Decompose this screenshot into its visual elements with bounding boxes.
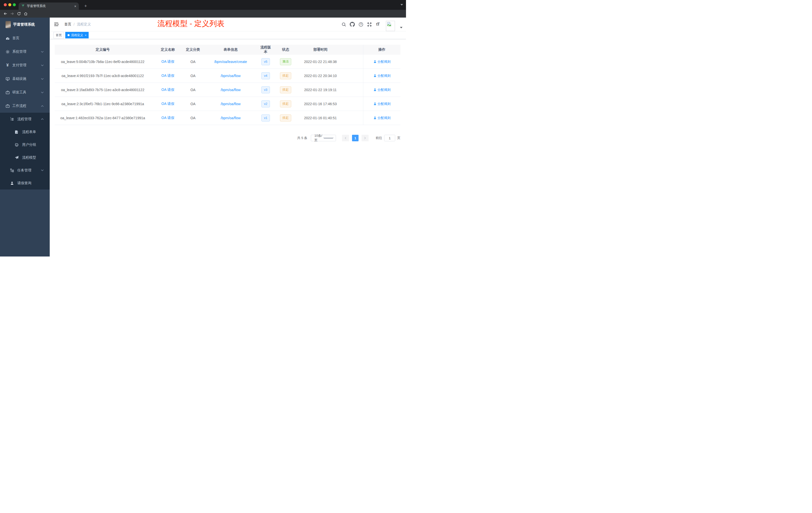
sidebar-item-process-form[interactable]: 流程表单 <box>0 125 50 138</box>
screen: 芋道管理系统 × + 不安全 dashboard.yudao.iocoder.c… <box>0 0 406 256</box>
col-header-definition-id: 定义编号 <box>55 45 151 55</box>
status-badge: 挂起 <box>280 100 291 108</box>
app-header: 首页 / 流程定义 ? tT <box>50 18 406 31</box>
definition-id: oa_leave:4:991f2193-7b7f-11ec-a3c8-acde4… <box>55 69 151 83</box>
definition-table: 定义编号 定义名称 定义分类 表单信息 流程版本 状态 部署时间 操作 oa_l… <box>55 45 401 125</box>
definition-id: oa_leave:3:1fad3d93-7b75-11ec-a3c8-acde4… <box>55 83 151 97</box>
definition-id: oa_leave:5:004b710b-7b8a-11ec-8ef0-acde4… <box>55 55 151 68</box>
definition-id: oa_leave:2:3c1f0ef1-76b1-11ec-9c66-a2380… <box>55 97 151 111</box>
select-caret-icon <box>323 138 334 139</box>
browser-tab[interactable]: 芋道管理系统 × <box>19 2 79 10</box>
col-header-filler <box>341 45 363 55</box>
col-header-form-info: 表单信息 <box>201 45 260 55</box>
form-info-link[interactable]: /bpm/oa/flow <box>221 102 240 106</box>
sidebar-item-process-model[interactable]: 流程模型 <box>0 151 50 164</box>
col-header-actions: 操作 <box>363 45 401 55</box>
definition-category: OA <box>185 69 201 83</box>
deploy-time: 2022-01-16 01:40:51 <box>300 111 341 125</box>
toolbox-icon <box>5 90 10 95</box>
sidebar-item-payment[interactable]: ¥ 支付管理 <box>0 58 50 72</box>
sidebar-item-workflow[interactable]: 工作流程 <box>0 99 50 113</box>
minimize-window-button[interactable] <box>8 3 11 6</box>
search-icon[interactable] <box>341 22 346 27</box>
sidebar-item-dev-tools[interactable]: 研发工具 <box>0 86 50 99</box>
definition-name-link[interactable]: OA 请假 <box>162 102 174 106</box>
tab-title: 芋道管理系统 <box>27 4 72 8</box>
version-badge: v4 <box>261 72 270 79</box>
assign-rule-link[interactable]: 分配规则 <box>373 73 391 78</box>
assign-rule-link[interactable]: 分配规则 <box>373 102 391 106</box>
fullscreen-icon[interactable] <box>367 22 372 27</box>
help-icon[interactable]: ? <box>358 22 363 27</box>
tags-view-bar: 首页 流程定义 × <box>50 31 406 39</box>
breadcrumb-separator: / <box>74 22 75 26</box>
back-icon[interactable] <box>2 11 8 17</box>
sidebar-item-infrastructure[interactable]: 基础设施 <box>0 72 50 86</box>
page-unit-label: 页 <box>397 136 401 140</box>
github-icon[interactable] <box>350 22 355 27</box>
sidebar-item-user-group[interactable]: 用户分组 <box>0 138 50 151</box>
col-header-definition-category: 定义分类 <box>185 45 201 55</box>
chevron-down-icon <box>41 170 44 171</box>
zoom-window-button[interactable] <box>13 3 16 6</box>
tag-close-icon[interactable]: × <box>85 34 86 37</box>
version-badge: v5 <box>261 58 270 65</box>
sidebar-fold-icon[interactable] <box>54 22 59 27</box>
avatar-dropdown-caret-icon[interactable] <box>400 27 403 28</box>
table-row: oa_leave:4:991f2193-7b7f-11ec-a3c8-acde4… <box>55 69 401 83</box>
form-info-link[interactable]: /bpm/oa/flow <box>221 88 240 92</box>
chevron-down-icon <box>41 92 44 93</box>
tag-process-definition[interactable]: 流程定义 × <box>65 32 89 38</box>
user-avatar[interactable] <box>386 21 395 31</box>
reload-icon[interactable] <box>16 11 22 17</box>
status-badge: 激活 <box>280 58 291 65</box>
forward-icon[interactable] <box>9 11 15 17</box>
definition-name-link[interactable]: OA 请假 <box>162 88 174 92</box>
page-size-select[interactable]: 10条/页 <box>311 135 336 141</box>
assign-rule-link[interactable]: 分配规则 <box>373 116 391 120</box>
tag-home[interactable]: 首页 <box>54 32 64 38</box>
sidebar-item-process-management[interactable]: 流程管理 <box>0 113 50 125</box>
form-info-link[interactable]: /bpm/oa/flow <box>221 116 240 120</box>
table-header-row: 定义编号 定义名称 定义分类 表单信息 流程版本 状态 部署时间 操作 <box>55 45 401 55</box>
prev-page-button[interactable] <box>342 135 349 141</box>
assign-rule-link[interactable]: 分配规则 <box>373 59 391 64</box>
new-tab-button[interactable]: + <box>83 3 88 9</box>
goto-page-input[interactable] <box>384 135 395 141</box>
pagination-total: 共 5 条 <box>297 136 307 140</box>
tab-close-icon[interactable]: × <box>74 4 76 8</box>
form-info-link[interactable]: /bpm/oa/flow <box>221 74 240 78</box>
active-tag-dot <box>67 34 69 36</box>
col-header-deploy-time: 部署时间 <box>300 45 341 55</box>
yen-icon: ¥ <box>5 63 10 67</box>
assign-rule-link[interactable]: 分配规则 <box>373 88 391 92</box>
svg-text:?: ? <box>360 23 361 26</box>
col-header-status: 状态 <box>271 45 300 55</box>
page-number-1[interactable]: 1 <box>352 135 358 141</box>
home-icon[interactable] <box>23 11 28 17</box>
definition-category: OA <box>185 83 201 97</box>
macos-window-controls[interactable] <box>4 3 16 6</box>
close-window-button[interactable] <box>4 3 7 6</box>
table-row: oa_leave:1:482ec033-762a-11ec-8477-a2380… <box>55 111 401 125</box>
sidebar-item-task-management[interactable]: 任务管理 <box>0 164 50 177</box>
sidebar-item-system[interactable]: 系统管理 <box>0 45 50 58</box>
definition-name-link[interactable]: OA 请假 <box>162 116 174 120</box>
deploy-time: 2022-01-22 21:48:38 <box>300 55 341 68</box>
form-info-link[interactable]: /bpm/oa/leave/create <box>214 60 247 64</box>
font-size-icon[interactable]: tT <box>375 22 380 27</box>
tab-search-caret-icon[interactable] <box>401 4 403 5</box>
chevron-up-icon <box>41 118 44 120</box>
definition-category: OA <box>185 97 201 111</box>
sidebar-item-leave-query[interactable]: 请假查询 <box>0 177 50 189</box>
next-page-button[interactable] <box>361 135 369 141</box>
sidebar-item-home[interactable]: 首页 <box>0 31 50 45</box>
sidebar-logo[interactable]: 芋道管理系统 <box>0 18 50 31</box>
definition-name-link[interactable]: OA 请假 <box>162 73 174 78</box>
version-badge: v3 <box>261 86 270 93</box>
breadcrumb-home[interactable]: 首页 <box>64 22 71 27</box>
status-badge: 挂起 <box>280 115 291 121</box>
user-icon <box>373 74 377 77</box>
chevron-up-icon <box>41 105 44 107</box>
definition-name-link[interactable]: OA 请假 <box>162 59 174 64</box>
